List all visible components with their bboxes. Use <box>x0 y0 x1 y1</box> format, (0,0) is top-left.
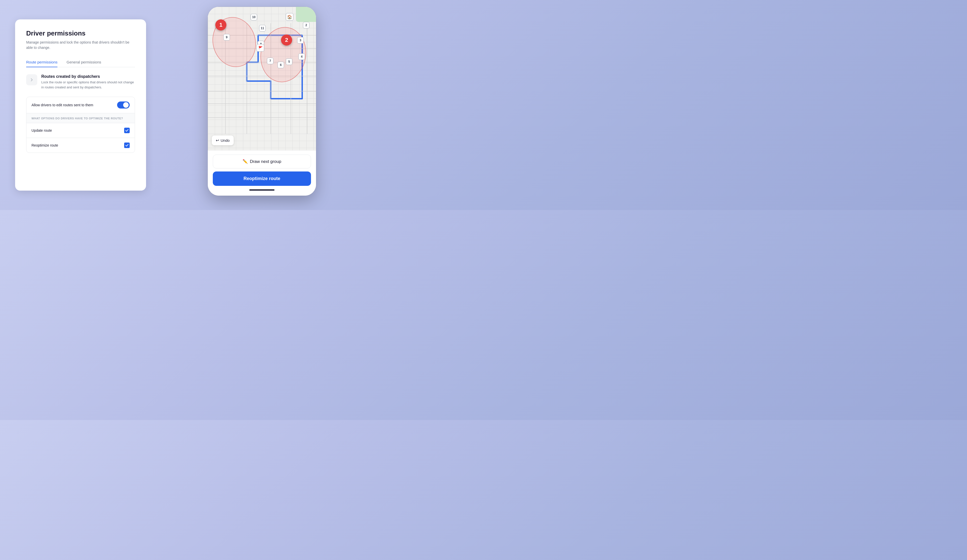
driver-permissions-panel: Driver permissions Manage permissions an… <box>15 20 146 191</box>
tab-general-permissions[interactable]: General permissions <box>66 58 101 67</box>
dispatcher-routes-section: Routes created by dispatchers Lock the r… <box>26 74 135 90</box>
update-route-row: Update route <box>26 123 135 138</box>
reoptimize-route-checkbox[interactable] <box>124 143 130 148</box>
section-text: Routes created by dispatchers Lock the r… <box>41 74 135 90</box>
tabs-container: Route permissions General permissions <box>26 58 135 67</box>
flag-marker: 🚩 <box>257 44 264 52</box>
dispatcher-icon-container <box>26 74 37 86</box>
panel-title: Driver permissions <box>26 30 135 37</box>
reoptimize-route-row: Reoptimize route <box>26 138 135 153</box>
options-header-text: WHAT OPTIONS DO DRIVERS HAVE TO OPTIMIZE… <box>31 117 123 120</box>
section-description: Lock the route or specific options that … <box>41 80 135 90</box>
arrow-right-icon <box>29 77 34 82</box>
phone-mockup: 1 2 1 2 3 4 5 6 7 8 9 10 11 🏠 🚩 ↩ Un <box>208 7 316 196</box>
reoptimize-route-label: Reoptimize route <box>31 143 58 147</box>
stop-7: 7 <box>267 58 274 64</box>
permission-card: Allow drivers to edit routes sent to the… <box>26 97 135 153</box>
stop-10: 10 <box>251 14 257 20</box>
reoptimize-button[interactable]: Reoptimize route <box>213 171 311 186</box>
home-indicator <box>249 189 274 191</box>
stop-2: 2 <box>303 22 310 28</box>
group-badge-1: 1 <box>215 20 226 30</box>
check-icon <box>125 128 129 132</box>
undo-icon: ↩ <box>216 138 219 143</box>
draw-next-label: Draw next group <box>250 159 281 164</box>
stop-6: 6 <box>277 62 284 68</box>
undo-button[interactable]: ↩ Undo <box>212 135 234 145</box>
tab-route-permissions[interactable]: Route permissions <box>26 58 58 67</box>
stop-11: 11 <box>259 25 266 31</box>
allow-edit-label: Allow drivers to edit routes sent to the… <box>31 103 93 107</box>
home-marker: 🏠 <box>286 13 294 21</box>
right-panel: 1 2 1 2 3 4 5 6 7 8 9 10 11 🏠 🚩 ↩ Un <box>156 7 348 203</box>
bottom-sheet: ✏️ Draw next group Reoptimize route <box>208 150 316 196</box>
stop-9: 9 <box>223 34 230 41</box>
check-icon-2 <box>125 143 129 147</box>
undo-label: Undo <box>221 138 229 143</box>
options-header-row: WHAT OPTIONS DO DRIVERS HAVE TO OPTIMIZE… <box>26 113 135 123</box>
stop-5: 5 <box>286 58 292 65</box>
stop-3: 3 <box>297 37 304 44</box>
map-area: 1 2 1 2 3 4 5 6 7 8 9 10 11 🏠 🚩 ↩ Un <box>208 7 316 150</box>
draw-icon: ✏️ <box>243 159 248 164</box>
draw-next-group-button[interactable]: ✏️ Draw next group <box>213 155 311 168</box>
section-title: Routes created by dispatchers <box>41 74 135 79</box>
update-route-checkbox[interactable] <box>124 128 130 133</box>
panel-description: Manage permissions and lock the options … <box>26 40 135 50</box>
update-route-label: Update route <box>31 128 52 132</box>
allow-edit-row: Allow drivers to edit routes sent to the… <box>26 97 135 113</box>
group-badge-2: 2 <box>281 35 292 46</box>
stop-4: 4 <box>299 53 305 60</box>
allow-edit-toggle[interactable] <box>117 102 130 109</box>
